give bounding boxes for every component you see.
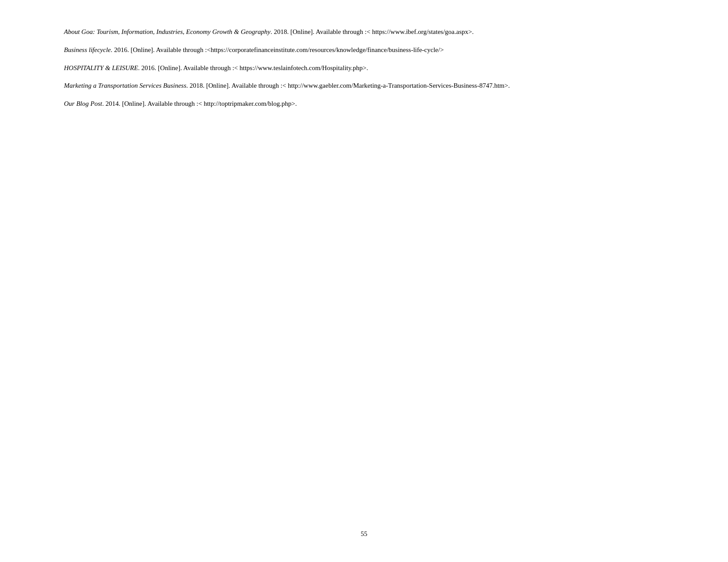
reference-item-5: Our Blog Post. 2014. [Online]. Available… bbox=[64, 98, 664, 109]
reference-item-4: Marketing a Transportation Services Busi… bbox=[64, 80, 664, 91]
ref1-italic-text: About Goa: Tourism, Information, Industr… bbox=[64, 28, 270, 35]
ref2-italic-text: Business lifecycle. bbox=[64, 46, 112, 53]
page-number-container: 55 bbox=[0, 530, 728, 538]
page-container: About Goa: Tourism, Information, Industr… bbox=[0, 0, 728, 562]
ref4-italic-text: Marketing a Transportation Services Busi… bbox=[64, 82, 187, 89]
reference-item-1: About Goa: Tourism, Information, Industr… bbox=[64, 26, 664, 37]
ref3-normal-text: . 2016. [Online]. Available through :< h… bbox=[138, 64, 368, 71]
ref5-italic-text: Our Blog Post bbox=[64, 100, 102, 107]
ref5-normal-text: . 2014. [Online]. Available through :< h… bbox=[102, 100, 297, 107]
reference-item-2: Business lifecycle. 2016. [Online]. Avai… bbox=[64, 45, 664, 56]
ref1-normal-text: . 2018. [Online]. Available through :< h… bbox=[270, 28, 474, 35]
ref3-italic-text: HOSPITALITY & LEISURE bbox=[64, 64, 138, 71]
reference-item-3: HOSPITALITY & LEISURE. 2016. [Online]. A… bbox=[64, 63, 664, 74]
ref4-normal-text: . 2018. [Online]. Available through :< h… bbox=[187, 82, 510, 89]
ref2-normal-text: 2016. [Online]. Available through :<http… bbox=[112, 46, 444, 53]
page-number: 55 bbox=[361, 530, 367, 537]
references-section: About Goa: Tourism, Information, Industr… bbox=[64, 26, 664, 109]
